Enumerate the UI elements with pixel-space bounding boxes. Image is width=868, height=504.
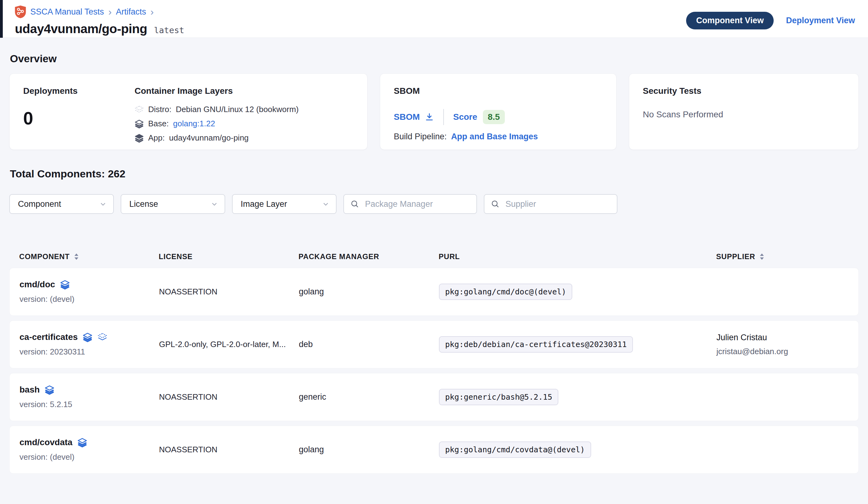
layer-row-app: App: uday4vunnam/go-ping bbox=[135, 133, 354, 143]
table-header: COMPONENT LICENSE PACKAGE MANAGER PURL S… bbox=[9, 251, 859, 263]
supplier-email: jcristau@debian.org bbox=[716, 347, 848, 356]
column-header-license: LICENSE bbox=[159, 252, 299, 261]
purl-chip: pkg:golang/cmd/covdata@(devel) bbox=[439, 442, 591, 458]
component-name: bash bbox=[20, 385, 40, 395]
sbom-download-label: SBOM bbox=[394, 112, 420, 122]
page-header: SSCA Manual Tests › Artifacts › uday4vun… bbox=[0, 0, 868, 38]
component-version: version: (devel) bbox=[20, 294, 159, 304]
license-cell: NOASSERTION bbox=[159, 287, 299, 296]
layer-value: Debian GNU/Linux 12 (bookworm) bbox=[176, 105, 299, 114]
sort-icon bbox=[760, 253, 764, 260]
layer-label: App: bbox=[148, 133, 165, 143]
layers-icon bbox=[83, 332, 93, 342]
supplier-cell: Julien Cristau jcristau@debian.org bbox=[716, 333, 848, 356]
column-header-supplier[interactable]: SUPPLIER bbox=[716, 252, 849, 261]
sbom-title: SBOM bbox=[394, 86, 602, 96]
package-manager-search-input[interactable] bbox=[343, 194, 477, 214]
component-version: version: (devel) bbox=[20, 452, 159, 462]
column-header-component[interactable]: COMPONENT bbox=[19, 252, 159, 261]
license-cell: GPL-2.0-only, GPL-2.0-or-later, M... bbox=[159, 340, 299, 349]
purl-chip: pkg:deb/debian/ca-certificates@20230311 bbox=[439, 336, 633, 353]
component-filter-dropdown[interactable]: Component bbox=[9, 194, 114, 214]
package-manager-cell: golang bbox=[299, 287, 439, 296]
score-label: Score bbox=[453, 112, 477, 122]
left-nav-edge bbox=[0, 0, 3, 38]
component-name: cmd/doc bbox=[20, 280, 55, 290]
build-pipeline-link[interactable]: App and Base Images bbox=[451, 132, 538, 141]
supplier-search-input[interactable] bbox=[484, 194, 618, 214]
layers-half-icon bbox=[135, 119, 144, 129]
column-label: PACKAGE MANAGER bbox=[299, 252, 379, 261]
purl-chip: pkg:generic/bash@5.2.15 bbox=[439, 389, 558, 405]
breadcrumb-separator: › bbox=[108, 7, 112, 17]
layers-icon bbox=[78, 437, 87, 447]
column-label: SUPPLIER bbox=[716, 252, 755, 261]
breadcrumb-item-artifacts[interactable]: Artifacts bbox=[116, 7, 146, 17]
layer-label: Distro: bbox=[148, 105, 172, 114]
layers-dashed-icon bbox=[97, 332, 107, 342]
column-header-purl: PURL bbox=[438, 252, 716, 261]
security-tests-title: Security Tests bbox=[643, 86, 845, 96]
column-label: COMPONENT bbox=[19, 252, 70, 261]
dropdown-label: Image Layer bbox=[241, 199, 287, 209]
table-row: cmd/covdata version: (devel) NOASSERTION… bbox=[9, 426, 859, 474]
no-scans-text: No Scans Performed bbox=[643, 110, 845, 120]
purl-chip: pkg:golang/cmd/doc@(devel) bbox=[439, 284, 572, 300]
component-name: ca-certificates bbox=[20, 332, 78, 342]
breadcrumb-separator: › bbox=[150, 7, 154, 17]
column-label: PURL bbox=[438, 252, 460, 261]
column-label: LICENSE bbox=[159, 252, 193, 261]
download-icon bbox=[425, 112, 434, 122]
layer-row-base: Base: golang:1.22 bbox=[135, 119, 354, 129]
image-layers-title: Container Image Layers bbox=[135, 86, 354, 96]
license-cell: NOASSERTION bbox=[159, 392, 299, 402]
search-icon bbox=[490, 199, 500, 209]
license-cell: NOASSERTION bbox=[159, 445, 299, 454]
total-components-heading: Total Components: 262 bbox=[10, 168, 859, 180]
package-manager-cell: golang bbox=[299, 445, 439, 454]
layers-outline-icon bbox=[135, 105, 144, 114]
license-filter-dropdown[interactable]: License bbox=[121, 194, 225, 214]
layers-icon bbox=[44, 385, 54, 395]
supplier-name: Julien Cristau bbox=[716, 333, 848, 342]
build-pipeline-label: Build Pipeline: bbox=[394, 132, 447, 141]
ssca-shield-logo-icon bbox=[14, 5, 27, 19]
component-name: cmd/covdata bbox=[20, 437, 72, 447]
layers-filled-icon bbox=[135, 133, 144, 143]
base-image-link[interactable]: golang:1.22 bbox=[173, 119, 215, 129]
deployments-label: Deployments bbox=[23, 86, 135, 96]
sbom-card: SBOM SBOM Score 8.5 Build Pipeline: App … bbox=[380, 73, 617, 150]
security-tests-card: Security Tests No Scans Performed bbox=[629, 73, 859, 150]
layer-row-distro: Distro: Debian GNU/Linux 12 (bookworm) bbox=[135, 105, 354, 114]
layer-label: Base: bbox=[148, 119, 169, 129]
sbom-download-link[interactable]: SBOM bbox=[394, 112, 434, 122]
view-toggle: Component View Deployment View bbox=[686, 12, 855, 29]
page-title: uday4vunnam/go-ping bbox=[15, 22, 147, 36]
image-layer-filter-dropdown[interactable]: Image Layer bbox=[232, 194, 337, 214]
deployments-layers-card: Deployments 0 Container Image Layers Dis… bbox=[9, 73, 368, 150]
artifact-tag: latest bbox=[154, 26, 184, 35]
deployment-view-button[interactable]: Deployment View bbox=[786, 16, 855, 26]
component-version: version: 20230311 bbox=[20, 347, 159, 357]
layer-value: uday4vunnam/go-ping bbox=[169, 133, 249, 143]
layers-icon bbox=[60, 280, 70, 290]
chevron-down-icon bbox=[210, 200, 218, 208]
package-manager-cell: deb bbox=[299, 340, 439, 349]
package-manager-cell: generic bbox=[299, 392, 439, 402]
divider bbox=[443, 109, 444, 125]
dropdown-label: Component bbox=[18, 199, 61, 209]
search-icon bbox=[350, 199, 360, 209]
dropdown-label: License bbox=[129, 199, 158, 209]
component-view-button[interactable]: Component View bbox=[686, 12, 774, 29]
chevron-down-icon bbox=[322, 200, 330, 208]
score-badge: 8.5 bbox=[483, 110, 505, 124]
breadcrumb-item-project[interactable]: SSCA Manual Tests bbox=[30, 7, 104, 17]
overview-heading: Overview bbox=[10, 53, 859, 65]
sort-icon bbox=[74, 253, 79, 260]
table-row: bash version: 5.2.15 NOASSERTION generic… bbox=[9, 373, 859, 421]
deployments-count: 0 bbox=[23, 108, 135, 129]
table-row: cmd/doc version: (devel) NOASSERTION gol… bbox=[9, 268, 859, 316]
component-version: version: 5.2.15 bbox=[20, 400, 159, 409]
table-row: ca-certificates bbox=[9, 320, 859, 369]
column-header-package-manager: PACKAGE MANAGER bbox=[299, 252, 438, 261]
